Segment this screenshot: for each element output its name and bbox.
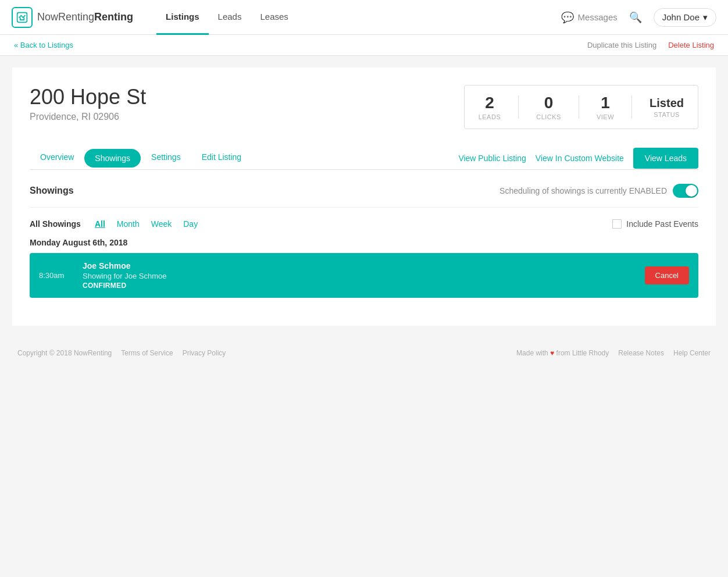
leads-number: 2 xyxy=(479,94,501,112)
all-showings-label: All Showings xyxy=(30,219,81,229)
user-name: John Doe xyxy=(662,12,700,22)
showing-card: 8:30am Joe Schmoe Showing for Joe Schmoe… xyxy=(30,253,698,298)
duplicate-listing-button[interactable]: Duplicate this Listing xyxy=(587,41,656,49)
stat-divider-1 xyxy=(518,95,519,119)
nav-leases[interactable]: Leases xyxy=(251,0,297,35)
filter-links: All Month Week Day xyxy=(95,219,198,229)
tab-bar: Overview Showings Settings Edit Listing … xyxy=(30,147,698,170)
property-header: 200 Hope St Providence, RI 02906 2 LEADS… xyxy=(30,85,698,129)
footer-made-with: Made with ♥ from Little Rhody xyxy=(516,349,609,357)
back-to-listings-link[interactable]: « Back to Listings xyxy=(14,41,73,49)
stat-divider-2 xyxy=(579,95,579,119)
all-showings-bar: All Showings All Month Week Day Include … xyxy=(30,219,698,229)
view-public-listing-link[interactable]: View Public Listing xyxy=(458,154,526,163)
messages-button[interactable]: 💬 Messages xyxy=(561,11,617,24)
property-title: 200 Hope St Providence, RI 02906 xyxy=(30,85,146,122)
main-nav: Listings Leads Leases xyxy=(156,0,561,35)
scheduling-status-text: Scheduling of showings is currently ENAB… xyxy=(499,186,667,195)
showings-section-header: Showings Scheduling of showings is curre… xyxy=(30,184,698,208)
nav-listings[interactable]: Listings xyxy=(156,0,209,35)
view-label: VIEW xyxy=(597,113,614,120)
footer-help-center-link[interactable]: Help Center xyxy=(673,349,711,357)
filter-all[interactable]: All xyxy=(95,219,105,229)
scheduling-toggle[interactable] xyxy=(673,184,698,198)
tab-actions: View Public Listing View In Custom Websi… xyxy=(458,148,698,169)
footer-right: Made with ♥ from Little Rhody Release No… xyxy=(516,349,711,357)
showings-section-title: Showings xyxy=(30,186,74,196)
property-city-state: Providence, RI 02906 xyxy=(30,112,146,122)
stat-view: 1 VIEW xyxy=(597,94,614,120)
logo[interactable]: NowRentingRenting xyxy=(12,7,133,28)
cancel-showing-button[interactable]: Cancel xyxy=(645,266,689,284)
nav-leads[interactable]: Leads xyxy=(209,0,251,35)
clicks-label: CLICKS xyxy=(536,113,561,120)
view-custom-website-link[interactable]: View In Custom Website xyxy=(536,154,624,163)
filter-week[interactable]: Week xyxy=(151,219,172,229)
nav-right: 💬 Messages 🔍 John Doe ▾ xyxy=(561,8,716,27)
footer-left: Copyright © 2018 NowRenting Terms of Ser… xyxy=(17,349,226,357)
stat-clicks: 0 CLICKS xyxy=(536,94,561,120)
include-past-events-label: Include Past Events xyxy=(626,219,698,229)
filter-day[interactable]: Day xyxy=(183,219,198,229)
view-leads-button[interactable]: View Leads xyxy=(633,148,698,169)
showing-name: Joe Schmoe xyxy=(83,261,645,270)
messages-label: Messages xyxy=(577,12,617,22)
showing-date-label: Monday August 6th, 2018 xyxy=(30,238,698,247)
filter-month[interactable]: Month xyxy=(117,219,140,229)
footer: Copyright © 2018 NowRenting Terms of Ser… xyxy=(0,337,728,369)
status-value: Listed xyxy=(650,97,684,110)
stat-divider-3 xyxy=(631,95,632,119)
showing-description: Showing for Joe Schmoe xyxy=(83,272,645,280)
sub-header-actions: Duplicate this Listing Delete Listing xyxy=(587,41,714,49)
showing-time: 8:30am xyxy=(39,271,71,280)
stat-leads: 2 LEADS xyxy=(479,94,501,120)
main-content: 200 Hope St Providence, RI 02906 2 LEADS… xyxy=(12,67,716,326)
tab-settings[interactable]: Settings xyxy=(141,147,191,169)
delete-listing-button[interactable]: Delete Listing xyxy=(668,41,714,49)
scheduling-status: Scheduling of showings is currently ENAB… xyxy=(499,184,698,198)
include-past-events-checkbox[interactable] xyxy=(612,219,622,229)
chevron-down-icon: ▾ xyxy=(703,12,708,23)
logo-icon xyxy=(12,7,33,28)
tab-showings[interactable]: Showings xyxy=(84,149,141,168)
footer-release-notes-link[interactable]: Release Notes xyxy=(618,349,664,357)
showing-info: Joe Schmoe Showing for Joe Schmoe CONFIR… xyxy=(83,261,645,290)
view-number: 1 xyxy=(597,94,614,112)
search-button[interactable]: 🔍 xyxy=(629,11,642,24)
stat-status: Listed STATUS xyxy=(650,97,684,118)
tab-overview[interactable]: Overview xyxy=(30,147,84,169)
sub-header: « Back to Listings Duplicate this Listin… xyxy=(0,35,728,56)
showing-status: CONFIRMED xyxy=(83,282,645,290)
clicks-number: 0 xyxy=(536,94,561,112)
footer-copyright: Copyright © 2018 NowRenting xyxy=(17,349,112,357)
stats-box: 2 LEADS 0 CLICKS 1 VIEW Listed STATUS xyxy=(464,85,698,129)
toggle-thumb xyxy=(686,185,697,197)
footer-privacy-link[interactable]: Privacy Policy xyxy=(183,349,226,357)
leads-label: LEADS xyxy=(479,113,501,120)
footer-terms-link[interactable]: Terms of Service xyxy=(121,349,173,357)
tab-edit-listing[interactable]: Edit Listing xyxy=(191,147,252,169)
status-label: STATUS xyxy=(650,111,684,118)
past-events-filter: Include Past Events xyxy=(612,219,698,229)
heart-icon: ♥ xyxy=(550,349,556,357)
user-menu[interactable]: John Doe ▾ xyxy=(654,8,716,27)
messages-icon: 💬 xyxy=(561,11,574,24)
logo-text: NowRentingRenting xyxy=(37,11,133,23)
property-address: 200 Hope St xyxy=(30,85,146,109)
